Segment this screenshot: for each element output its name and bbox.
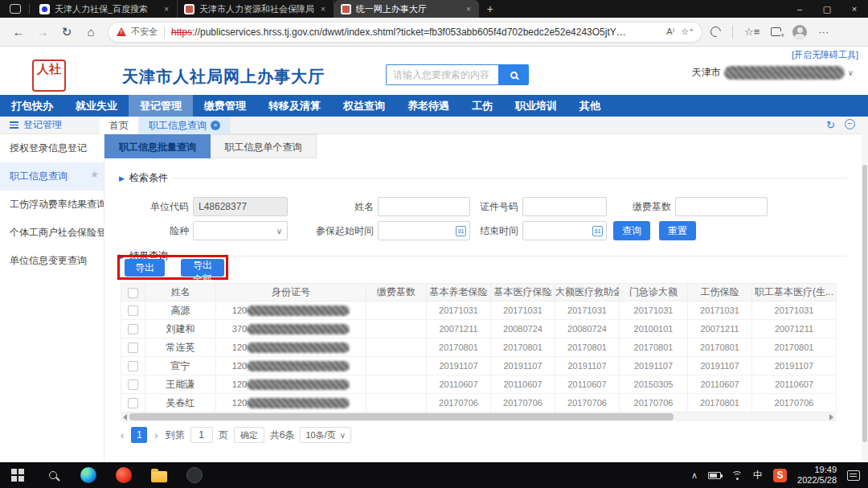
hscroll-track[interactable] [129, 412, 827, 421]
start-date-input[interactable]: 31 [378, 221, 470, 240]
sidebar-item-4[interactable]: 单位信息变更查询 [0, 247, 104, 275]
nav-item-8[interactable]: 职业培训 [504, 95, 568, 117]
export-all-button[interactable]: 导出全部 [181, 259, 224, 277]
forward-button[interactable]: → [31, 25, 55, 39]
row-checkbox[interactable] [128, 361, 138, 371]
battery-icon[interactable] [708, 472, 721, 479]
nav-item-7[interactable]: 工伤 [461, 95, 504, 117]
page-tab[interactable]: 职工信息查询× [139, 117, 231, 134]
search-button[interactable] [498, 64, 529, 85]
maximize-button[interactable]: ▢ [813, 0, 841, 18]
sogou-tray-icon[interactable]: S [773, 469, 787, 482]
date-cell: 20191107 [752, 357, 837, 375]
page-size-select[interactable]: 10条/页∨ [300, 427, 351, 443]
edge-taskbar-icon[interactable] [71, 462, 106, 488]
tab-actions-icon[interactable] [10, 4, 21, 14]
read-aloud-icon[interactable]: A⁾ [666, 27, 674, 37]
taskbar-search-icon[interactable] [35, 462, 71, 488]
address-bar[interactable]: 不安全 https://publicservices.hrss.tj.gov.c… [108, 22, 702, 43]
refresh-tab-icon[interactable]: ↻ [826, 119, 835, 131]
end-date-input[interactable]: 31 [522, 221, 607, 240]
taskbar-clock[interactable]: 19:49 2022/5/28 [797, 465, 837, 486]
nav-item-2[interactable]: 登记管理 [129, 95, 193, 117]
goto-confirm-button[interactable]: 确定 [234, 427, 264, 443]
user-area[interactable]: 天津市 ∨ [692, 66, 854, 80]
sidebar-item-2[interactable]: 工伤浮动费率结果查询 [0, 191, 104, 219]
tab-close-icon[interactable]: × [465, 5, 473, 14]
profile-avatar[interactable] [792, 25, 807, 39]
nav-item-9[interactable]: 其他 [568, 95, 612, 117]
tab-close-icon[interactable]: × [211, 121, 220, 130]
content-tab-0[interactable]: 职工信息批量查询 [104, 134, 211, 158]
tab-close-icon[interactable]: × [162, 5, 170, 14]
vscroll-thumb[interactable] [862, 165, 867, 442]
horizontal-scrollbar[interactable] [121, 412, 836, 421]
collections-icon[interactable] [771, 27, 781, 36]
hscroll-thumb[interactable] [129, 413, 674, 420]
scroll-right-icon[interactable] [827, 412, 836, 421]
row-checkbox[interactable] [128, 324, 138, 334]
browser-tab[interactable]: 天津人力社保_百度搜索× [33, 0, 178, 18]
next-page-button[interactable]: › [153, 429, 159, 441]
minimize-button[interactable]: – [786, 0, 813, 18]
page-tab[interactable]: 首页 [100, 117, 139, 134]
page-number-button[interactable]: 1 [131, 427, 147, 443]
scroll-left-icon[interactable] [121, 412, 129, 421]
refresh-button[interactable]: ↻ [55, 25, 79, 39]
site-search [386, 64, 529, 85]
star-icon[interactable]: ★ [90, 169, 99, 180]
date-cell: 20171031 [688, 301, 752, 320]
browser-tab[interactable]: 天津市人力资源和社会保障局× [178, 0, 334, 18]
wifi-icon[interactable] [731, 471, 743, 480]
browser-essentials-icon[interactable] [708, 24, 723, 39]
query-button[interactable]: 查询 [613, 221, 650, 240]
goto-page-input[interactable] [190, 427, 213, 443]
nav-item-1[interactable]: 就业失业 [64, 95, 129, 117]
start-button[interactable] [0, 462, 35, 488]
dark-app-taskbar-icon[interactable] [177, 462, 212, 488]
browser-tab[interactable]: 统一网上办事大厅× [334, 0, 479, 18]
insurance-type-select[interactable]: ∨ [193, 221, 288, 240]
date-cell: 20191107 [555, 357, 620, 375]
windows-taskbar: ∧ 中 S 19:49 2022/5/28 [0, 462, 868, 488]
search-input[interactable] [386, 64, 498, 85]
file-explorer-icon[interactable] [141, 462, 177, 488]
new-tab-button[interactable]: + [487, 2, 493, 15]
content-tab-1[interactable]: 职工信息单个查询 [211, 134, 317, 158]
unit-code-input[interactable] [193, 197, 288, 216]
notification-center-icon[interactable] [847, 470, 860, 481]
row-checkbox[interactable] [128, 379, 138, 390]
close-button[interactable]: × [841, 0, 868, 18]
prev-page-button[interactable]: ‹ [119, 429, 125, 441]
home-button[interactable]: ⌂ [79, 25, 103, 39]
sidebar-item-3[interactable]: 个体工商户社会保险登记信... [0, 219, 104, 247]
back-button[interactable]: ← [6, 25, 31, 39]
select-all-checkbox[interactable] [128, 288, 138, 298]
sidebar-item-0[interactable]: 授权登录信息登记 [0, 134, 104, 162]
ime-indicator[interactable]: 中 [753, 469, 763, 482]
reset-button[interactable]: 重置 [659, 221, 696, 240]
base-input[interactable] [675, 197, 768, 216]
red-app-taskbar-icon[interactable] [106, 462, 141, 488]
sidebar-item-1[interactable]: 职工信息查询★ [0, 162, 104, 191]
nav-item-5[interactable]: 权益查询 [332, 95, 396, 117]
tab-close-icon[interactable]: × [319, 5, 327, 14]
favorites-icon[interactable]: ☆≡ [744, 26, 760, 38]
vertical-scrollbar[interactable] [862, 117, 868, 462]
nav-item-0[interactable]: 打包快办 [0, 95, 64, 117]
nav-item-6[interactable]: 养老待遇 [396, 95, 461, 117]
add-favorite-icon[interactable]: ☆⁺ [681, 27, 694, 37]
settings-menu-icon[interactable]: ··· [818, 26, 829, 38]
export-button[interactable]: 导出 [125, 259, 165, 277]
name-input[interactable] [378, 197, 470, 216]
nav-item-4[interactable]: 转移及清算 [257, 95, 332, 117]
nav-item-3[interactable]: 缴费管理 [193, 95, 257, 117]
page-tab-label: 职工信息查询 [149, 117, 207, 134]
menu-icon[interactable] [10, 120, 18, 130]
collapse-icon[interactable]: − [845, 119, 855, 129]
tray-expand-icon[interactable]: ∧ [691, 470, 698, 481]
row-checkbox[interactable] [128, 342, 138, 353]
id-number-input[interactable] [522, 197, 607, 216]
row-checkbox[interactable] [128, 398, 138, 408]
row-checkbox[interactable] [128, 306, 138, 316]
